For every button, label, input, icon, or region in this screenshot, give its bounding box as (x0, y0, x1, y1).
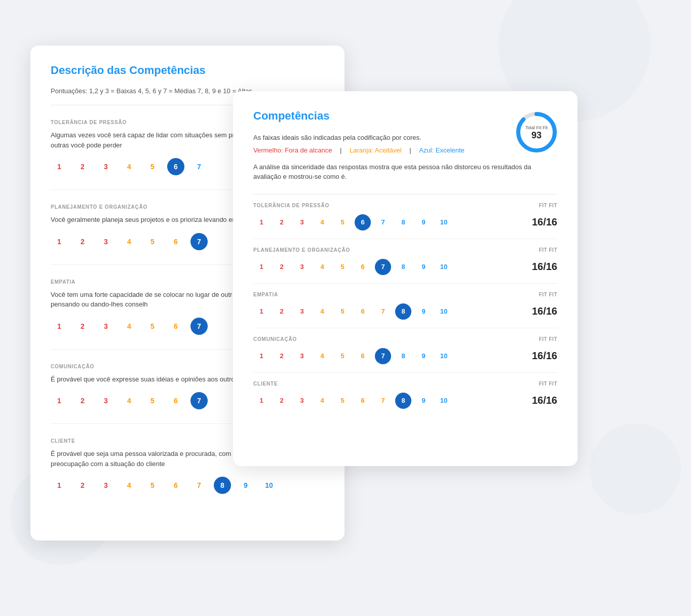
right-score-0-2[interactable]: 2 (274, 214, 290, 230)
right-score-4-9[interactable]: 9 (415, 393, 432, 409)
right-score-0-1[interactable]: 1 (253, 214, 270, 230)
right-score-3-8[interactable]: 8 (395, 348, 411, 364)
right-score-1-10[interactable]: 10 (436, 259, 452, 275)
left-score-3-5[interactable]: 5 (144, 392, 161, 409)
left-score-4-8[interactable]: 8 (214, 477, 231, 494)
right-score-3-5[interactable]: 5 (334, 348, 351, 364)
left-score-1-2[interactable]: 2 (74, 233, 91, 250)
right-score-2-5[interactable]: 5 (334, 303, 351, 320)
right-scores-0: 12345678910 (253, 214, 452, 230)
right-score-2-10[interactable]: 10 (436, 303, 452, 320)
left-score-3-1[interactable]: 1 (51, 392, 68, 409)
right-score-0-6[interactable]: 6 (355, 214, 371, 230)
right-score-row-0: 1234567891016/16 (253, 214, 557, 230)
left-score-4-7[interactable]: 7 (190, 477, 208, 494)
left-score-3-7[interactable]: 7 (190, 392, 208, 409)
right-score-1-5[interactable]: 5 (334, 259, 351, 275)
right-score-2-7[interactable]: 7 (375, 303, 391, 320)
right-score-3-7[interactable]: 7 (375, 348, 391, 364)
right-score-2-6[interactable]: 6 (355, 303, 371, 320)
left-score-2-5[interactable]: 5 (144, 318, 161, 335)
right-score-4-3[interactable]: 3 (294, 393, 310, 409)
left-score-2-4[interactable]: 4 (121, 318, 138, 335)
right-fit-value-3: 16/16 (532, 350, 557, 362)
left-score-1-4[interactable]: 4 (121, 233, 138, 250)
right-score-4-5[interactable]: 5 (334, 393, 351, 409)
right-score-0-7[interactable]: 7 (375, 214, 391, 230)
left-score-0-6[interactable]: 6 (167, 158, 184, 175)
left-score-1-1[interactable]: 1 (51, 233, 68, 250)
right-score-2-2[interactable]: 2 (274, 303, 290, 320)
right-score-0-9[interactable]: 9 (415, 214, 432, 230)
left-score-1-3[interactable]: 3 (97, 233, 114, 250)
left-score-2-1[interactable]: 1 (51, 318, 68, 335)
right-score-1-2[interactable]: 2 (274, 259, 290, 275)
right-score-3-9[interactable]: 9 (415, 348, 432, 364)
info-text: As faixas ideais são indicadas pela codi… (253, 133, 557, 143)
right-score-4-4[interactable]: 4 (314, 393, 330, 409)
left-score-2-3[interactable]: 3 (97, 318, 114, 335)
page-wrapper: Descrição das Competências Pontuações: 1… (0, 0, 691, 616)
left-score-0-7[interactable]: 7 (190, 158, 208, 175)
right-score-4-1[interactable]: 1 (253, 393, 270, 409)
right-score-1-8[interactable]: 8 (395, 259, 411, 275)
right-competencies-container: TOLERÂNCIA DE PRESSÃOFIT FIT123456789101… (253, 195, 557, 417)
right-score-3-10[interactable]: 10 (436, 348, 452, 364)
right-score-2-1[interactable]: 1 (253, 303, 270, 320)
right-score-3-6[interactable]: 6 (355, 348, 371, 364)
right-score-3-4[interactable]: 4 (314, 348, 330, 364)
right-score-1-6[interactable]: 6 (355, 259, 371, 275)
donut-value: 93 (525, 130, 548, 139)
right-score-0-8[interactable]: 8 (395, 214, 411, 230)
left-score-1-6[interactable]: 6 (167, 233, 184, 250)
right-score-2-8[interactable]: 8 (395, 303, 411, 320)
right-score-2-9[interactable]: 9 (415, 303, 432, 320)
left-score-4-3[interactable]: 3 (97, 477, 114, 494)
left-score-0-4[interactable]: 4 (121, 158, 138, 175)
right-score-0-3[interactable]: 3 (294, 214, 310, 230)
left-score-4-10[interactable]: 10 (260, 477, 278, 494)
left-score-0-3[interactable]: 3 (97, 158, 114, 175)
left-score-2-2[interactable]: 2 (74, 318, 91, 335)
right-fit-value-4: 16/16 (532, 395, 557, 406)
left-score-4-4[interactable]: 4 (121, 477, 138, 494)
right-score-1-9[interactable]: 9 (415, 259, 432, 275)
right-score-4-6[interactable]: 6 (355, 393, 371, 409)
right-score-4-2[interactable]: 2 (274, 393, 290, 409)
right-score-row-1: 1234567891016/16 (253, 259, 557, 275)
right-score-4-8[interactable]: 8 (395, 393, 411, 409)
left-score-0-1[interactable]: 1 (51, 158, 68, 175)
right-score-1-7[interactable]: 7 (375, 259, 391, 275)
right-competency-3: COMUNICAÇÃOFIT FIT1234567891016/16 (253, 328, 557, 373)
right-score-0-10[interactable]: 10 (436, 214, 452, 230)
right-score-1-1[interactable]: 1 (253, 259, 270, 275)
left-score-0-2[interactable]: 2 (74, 158, 91, 175)
left-score-4-5[interactable]: 5 (144, 477, 161, 494)
right-score-1-3[interactable]: 3 (294, 259, 310, 275)
right-score-4-10[interactable]: 10 (436, 393, 452, 409)
right-score-3-2[interactable]: 2 (274, 348, 290, 364)
left-score-0-5[interactable]: 5 (144, 158, 161, 175)
right-score-2-3[interactable]: 3 (294, 303, 310, 320)
left-score-1-5[interactable]: 5 (144, 233, 161, 250)
right-score-4-7[interactable]: 7 (375, 393, 391, 409)
left-score-4-6[interactable]: 6 (167, 477, 184, 494)
right-score-0-5[interactable]: 5 (334, 214, 351, 230)
left-score-3-4[interactable]: 4 (121, 392, 138, 409)
left-score-2-6[interactable]: 6 (167, 318, 184, 335)
left-card-title: Descrição das Competências (51, 64, 324, 77)
right-score-3-3[interactable]: 3 (294, 348, 310, 364)
right-score-2-4[interactable]: 4 (314, 303, 330, 320)
left-score-3-6[interactable]: 6 (167, 392, 184, 409)
right-score-3-1[interactable]: 1 (253, 348, 270, 364)
left-score-1-7[interactable]: 7 (190, 233, 208, 250)
left-score-4-2[interactable]: 2 (74, 477, 91, 494)
right-score-1-4[interactable]: 4 (314, 259, 330, 275)
left-score-row-4: 12345678910 (51, 477, 324, 494)
left-score-4-1[interactable]: 1 (51, 477, 68, 494)
left-score-3-2[interactable]: 2 (74, 392, 91, 409)
left-score-3-3[interactable]: 3 (97, 392, 114, 409)
left-score-2-7[interactable]: 7 (190, 318, 208, 335)
left-score-4-9[interactable]: 9 (237, 477, 254, 494)
right-score-0-4[interactable]: 4 (314, 214, 330, 230)
